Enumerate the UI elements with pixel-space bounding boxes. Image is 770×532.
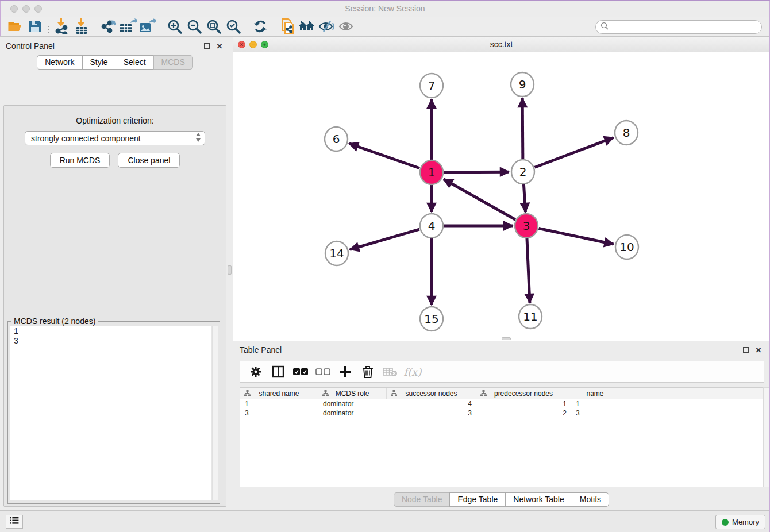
- import-table-icon[interactable]: [72, 18, 91, 35]
- toolbar-separator: [95, 18, 95, 35]
- list-icon: [10, 516, 19, 527]
- node-11[interactable]: 11: [519, 304, 542, 329]
- network-titlebar[interactable]: ✕ − + scc.txt: [233, 37, 769, 52]
- tab-network[interactable]: Network: [37, 55, 82, 70]
- column-type-icon: [244, 390, 251, 398]
- save-icon[interactable]: [25, 18, 45, 35]
- refresh-icon[interactable]: [251, 18, 270, 35]
- criterion-select[interactable]: strongly connected component: [25, 131, 205, 145]
- cell-successor-nodes[interactable]: 4: [387, 399, 476, 408]
- zoom-out-icon[interactable]: [184, 18, 204, 35]
- cell-MCDS-role[interactable]: dominator: [318, 408, 387, 418]
- node-2[interactable]: 2: [511, 160, 534, 184]
- table-float-icon[interactable]: [741, 345, 750, 354]
- home-layout-icon[interactable]: [297, 18, 317, 35]
- panel-divider-handle[interactable]: [228, 265, 232, 275]
- edge-4-14[interactable]: [350, 229, 419, 249]
- toolbar-separator: [274, 18, 274, 35]
- edge-2-9[interactable]: [522, 98, 523, 159]
- window-title: Session: New Session: [0, 4, 770, 13]
- zoom-selected-icon[interactable]: [224, 18, 243, 35]
- zoom-fit-icon[interactable]: [204, 18, 224, 35]
- edge-3-1[interactable]: [444, 179, 515, 219]
- node-10[interactable]: 10: [615, 235, 638, 259]
- run-mcds-button[interactable]: Run MCDS: [50, 153, 110, 168]
- table-tab-node-table[interactable]: Node Table: [394, 492, 451, 507]
- cell-shared-name[interactable]: 1: [240, 399, 318, 408]
- select-all-checks-icon[interactable]: [292, 363, 309, 380]
- cell-shared-name[interactable]: 3: [240, 408, 318, 418]
- delete-column-icon[interactable]: [359, 363, 376, 380]
- node-7[interactable]: 7: [420, 74, 443, 98]
- cell-MCDS-role[interactable]: dominator: [318, 399, 387, 408]
- edge-3-11[interactable]: [527, 238, 530, 303]
- edge-1-6[interactable]: [349, 144, 420, 168]
- edge-2-3[interactable]: [523, 184, 525, 212]
- settings-gear-icon[interactable]: [247, 363, 264, 380]
- search-field[interactable]: [595, 20, 762, 34]
- edge-2-8[interactable]: [535, 137, 614, 167]
- show-eye-icon[interactable]: [336, 18, 356, 35]
- edge-1-2[interactable]: [444, 172, 509, 172]
- column-header-name[interactable]: name: [571, 388, 619, 399]
- toolbar-separator: [247, 18, 247, 35]
- hide-selected-eye-icon[interactable]: [317, 18, 336, 35]
- table-tab-motifs[interactable]: Motifs: [572, 492, 609, 507]
- import-network-icon[interactable]: [52, 18, 72, 35]
- node-8[interactable]: 8: [615, 121, 638, 145]
- memory-status-dot: [722, 519, 729, 526]
- node-1[interactable]: 1: [420, 160, 443, 184]
- table-tab-edge-table[interactable]: Edge Table: [449, 492, 506, 507]
- column-header-shared-name[interactable]: shared name: [240, 388, 318, 399]
- network-canvas[interactable]: 7968124314101511: [233, 52, 769, 341]
- mcds-result-textarea[interactable]: 13: [10, 326, 211, 500]
- node-3[interactable]: 3: [515, 214, 538, 238]
- node-6[interactable]: 6: [325, 127, 348, 151]
- clone-network-icon[interactable]: [278, 18, 297, 35]
- window-edge-left: [0, 1, 1, 36]
- table-tab-network-table[interactable]: Network Table: [505, 492, 572, 507]
- delete-table-icon[interactable]: [382, 363, 399, 380]
- open-folder-icon[interactable]: [6, 18, 25, 35]
- svg-text:3: 3: [523, 219, 530, 233]
- cell-successor-nodes[interactable]: 3: [387, 408, 476, 418]
- export-network-icon[interactable]: [99, 18, 118, 35]
- window-resize-handle[interactable]: [502, 337, 511, 340]
- column-manager-icon[interactable]: [270, 363, 287, 380]
- column-header-MCDS-role[interactable]: MCDS role: [318, 388, 387, 399]
- cell-name[interactable]: 1: [571, 399, 619, 408]
- node-9[interactable]: 9: [511, 72, 534, 97]
- table-row[interactable]: 3dominator323: [240, 408, 764, 418]
- node-15[interactable]: 15: [420, 307, 443, 331]
- deselect-all-checks-icon[interactable]: [314, 363, 332, 380]
- search-input[interactable]: [609, 23, 761, 32]
- zoom-in-icon[interactable]: [165, 18, 184, 35]
- svg-text:4: 4: [428, 219, 436, 233]
- memory-button[interactable]: Memory: [715, 515, 765, 529]
- node-4[interactable]: 4: [420, 214, 443, 238]
- tab-select[interactable]: Select: [116, 55, 154, 70]
- column-header-successor-nodes[interactable]: successor nodes: [387, 388, 476, 399]
- export-image-icon[interactable]: [138, 18, 157, 35]
- cell-predecessor-nodes[interactable]: 1: [476, 399, 571, 408]
- node-14[interactable]: 14: [325, 241, 348, 265]
- table-close-icon[interactable]: ✕: [754, 345, 763, 354]
- table-row[interactable]: 1dominator411: [240, 399, 764, 408]
- cell-name[interactable]: 3: [571, 408, 619, 418]
- close-panel-icon[interactable]: ✕: [215, 41, 224, 51]
- export-table-icon[interactable]: [118, 18, 138, 35]
- tab-style[interactable]: Style: [82, 55, 116, 70]
- node-table[interactable]: shared nameMCDS rolesuccessor nodesprede…: [240, 387, 764, 487]
- cell-predecessor-nodes[interactable]: 2: [476, 408, 571, 418]
- task-history-button[interactable]: [6, 515, 23, 529]
- float-panel-icon[interactable]: [202, 41, 211, 51]
- edge-3-10[interactable]: [539, 229, 614, 244]
- result-scrollbar[interactable]: [212, 326, 218, 500]
- svg-text:9: 9: [519, 78, 526, 91]
- column-header-predecessor-nodes[interactable]: predecessor nodes: [476, 388, 571, 399]
- add-column-icon[interactable]: [337, 363, 354, 380]
- close-panel-button[interactable]: Close panel: [118, 153, 180, 168]
- function-builder-icon[interactable]: f(x): [404, 363, 421, 380]
- search-icon: [600, 22, 609, 33]
- tab-mcds[interactable]: MCDS: [153, 55, 193, 70]
